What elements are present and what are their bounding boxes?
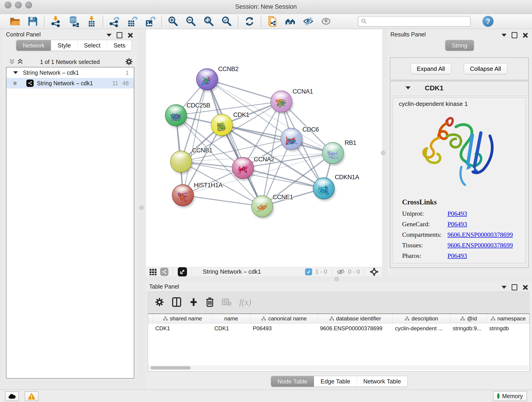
column-header-database-identifier[interactable]: database identifier bbox=[318, 314, 393, 323]
crosslink-value-link[interactable]: P06493 bbox=[447, 210, 467, 217]
network-node-HIST1H1A[interactable] bbox=[172, 185, 195, 208]
network-node-CCNA1[interactable] bbox=[271, 91, 293, 114]
crosslink-value-link[interactable]: 9606.ENSP00000378699 bbox=[447, 242, 513, 249]
export-table-button[interactable] bbox=[123, 15, 141, 28]
search-icon bbox=[361, 18, 367, 24]
panel-menu-icon[interactable] bbox=[501, 286, 507, 289]
show-columns-button[interactable] bbox=[172, 297, 181, 307]
toolbar-search[interactable] bbox=[358, 16, 471, 27]
import-table-file-button[interactable] bbox=[82, 15, 100, 28]
help-button[interactable]: ? bbox=[482, 16, 494, 27]
zoom-fit-button[interactable] bbox=[200, 15, 218, 28]
network-node-RB1[interactable] bbox=[322, 142, 345, 166]
table-panel: Table Panel bbox=[146, 281, 532, 389]
birds-eye-toggle-icon[interactable] bbox=[369, 267, 379, 276]
table-row[interactable]: CDK1CDK1P064939606.ENSP00000378699cyclin… bbox=[148, 323, 530, 333]
hide-unhide-button[interactable] bbox=[299, 15, 317, 28]
tab-network[interactable]: Network bbox=[16, 40, 51, 51]
panel-menu-icon[interactable] bbox=[501, 34, 507, 37]
bottom-splitter-handle[interactable] bbox=[334, 277, 339, 281]
export-network-button[interactable] bbox=[105, 15, 123, 28]
network-node-CDK1[interactable] bbox=[211, 114, 234, 137]
create-column-button[interactable] bbox=[189, 298, 198, 307]
network-collection-row[interactable]: String Network – cdk1 1 bbox=[6, 67, 134, 78]
tab-string[interactable]: String bbox=[445, 40, 474, 51]
selected-items-checkbox-icon[interactable] bbox=[305, 268, 312, 275]
node-label-CCNE1: CCNE1 bbox=[273, 194, 293, 201]
tab-select[interactable]: Select bbox=[77, 40, 107, 51]
crosslink-label: Compartments: bbox=[402, 231, 447, 238]
search-input[interactable] bbox=[367, 18, 470, 25]
scrollbar-thumb[interactable] bbox=[151, 366, 191, 370]
tab-edge-table[interactable]: Edge Table bbox=[314, 376, 357, 387]
panel-float-icon[interactable] bbox=[512, 284, 517, 290]
graphics-details-button[interactable] bbox=[317, 15, 335, 28]
left-splitter-handle[interactable] bbox=[139, 205, 144, 210]
tab-style[interactable]: Style bbox=[51, 40, 77, 51]
home-networks-button[interactable] bbox=[281, 15, 299, 28]
column-header--id[interactable]: @id bbox=[450, 314, 487, 323]
network-node-CDC6[interactable] bbox=[281, 128, 303, 151]
network-options-gear-icon[interactable] bbox=[125, 58, 133, 65]
save-session-button[interactable] bbox=[24, 15, 42, 28]
panel-float-icon[interactable] bbox=[117, 32, 122, 38]
crosslink-value-link[interactable]: P06493 bbox=[447, 252, 467, 259]
crosslink-value-link[interactable]: 9606.ENSP00000378699 bbox=[447, 231, 513, 238]
string-import-button[interactable] bbox=[264, 15, 281, 28]
export-image-button[interactable] bbox=[141, 15, 159, 28]
panel-float-icon[interactable] bbox=[512, 32, 517, 38]
string-document-icon bbox=[267, 16, 278, 27]
tab-network-table[interactable]: Network Table bbox=[357, 376, 407, 387]
section-collapse-caret[interactable] bbox=[405, 86, 411, 89]
network-node-CCNE1[interactable] bbox=[251, 196, 274, 219]
save-icon bbox=[27, 16, 38, 27]
memory-button[interactable]: Memory bbox=[493, 391, 527, 401]
network-node-CCNA2[interactable] bbox=[232, 157, 254, 180]
column-header-shared-name[interactable]: shared name bbox=[153, 314, 212, 323]
network-node-CDC25B[interactable] bbox=[165, 104, 188, 128]
column-header-canonical-name[interactable]: canonical name bbox=[250, 314, 317, 323]
refresh-view-button[interactable] bbox=[241, 15, 259, 28]
network-graph[interactable]: CCNB2CCNA1CDC25BCDK1CDC6RB1CCNB1CCNA2CDK… bbox=[146, 29, 382, 267]
birds-eye-grid-icon[interactable] bbox=[149, 268, 157, 276]
trash-icon bbox=[206, 297, 214, 307]
open-session-button[interactable] bbox=[6, 15, 24, 28]
import-network-database-button[interactable] bbox=[65, 15, 82, 28]
delete-column-button[interactable] bbox=[206, 297, 214, 307]
column-header-description[interactable]: description bbox=[393, 314, 450, 323]
table-options-gear-button[interactable] bbox=[155, 298, 164, 307]
footer-separator bbox=[191, 268, 192, 275]
panel-menu-icon[interactable] bbox=[107, 34, 112, 37]
open-in-window-icon[interactable] bbox=[178, 267, 187, 276]
network-row-selected[interactable]: String Network – cdk1 11 48 bbox=[6, 78, 134, 89]
crosslink-value-link[interactable]: P06493 bbox=[447, 220, 467, 228]
right-splitter-handle[interactable] bbox=[381, 151, 385, 155]
cloud-status-button[interactable] bbox=[5, 391, 19, 401]
network-node-CDKN1A[interactable] bbox=[313, 178, 336, 201]
column-label: description bbox=[412, 315, 438, 322]
node-label-CDC25B: CDC25B bbox=[186, 102, 210, 109]
zoom-out-button[interactable] bbox=[182, 15, 200, 28]
zoom-selected-button[interactable] bbox=[218, 15, 235, 28]
panel-close-icon[interactable] bbox=[522, 32, 528, 38]
panel-close-icon[interactable] bbox=[522, 285, 528, 290]
column-header-name[interactable]: name bbox=[212, 314, 251, 323]
warning-icon bbox=[28, 393, 35, 400]
panel-close-icon[interactable] bbox=[127, 32, 133, 38]
tab-node-table[interactable]: Node Table bbox=[271, 376, 314, 387]
string-view-badge-icon[interactable] bbox=[160, 268, 168, 276]
zoom-in-button[interactable] bbox=[164, 15, 182, 28]
gene-section-header[interactable]: CDK1 bbox=[390, 81, 528, 96]
network-edge-count: 48 bbox=[122, 80, 129, 87]
function-builder-icon: f(x) bbox=[239, 297, 251, 307]
import-network-file-button[interactable] bbox=[47, 15, 65, 28]
expand-all-button[interactable]: Expand All bbox=[411, 63, 451, 74]
collection-expand-caret[interactable] bbox=[13, 71, 18, 74]
warnings-button[interactable] bbox=[25, 391, 38, 401]
import-database-icon bbox=[68, 16, 79, 27]
column-header-namespace[interactable]: namespace bbox=[487, 314, 530, 323]
table-horizontal-scrollbar[interactable] bbox=[148, 365, 529, 370]
tab-sets[interactable]: Sets bbox=[107, 40, 132, 51]
network-view[interactable]: CCNB2CCNA1CDC25BCDK1CDC6RB1CCNB1CCNA2CDK… bbox=[146, 29, 382, 267]
collapse-all-button[interactable]: Collapse All bbox=[464, 63, 507, 74]
